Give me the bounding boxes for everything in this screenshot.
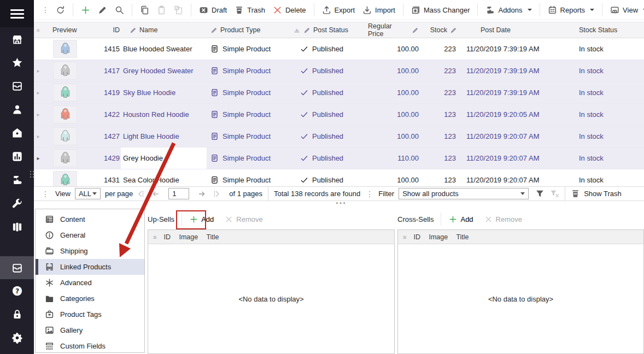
draft-button[interactable]: Draft (199, 5, 227, 15)
drag-grip-icon[interactable]: ⋮ (366, 190, 373, 198)
post-status-cell: Published (291, 82, 368, 103)
copy-icon (140, 5, 149, 15)
mass-changer-button[interactable]: Mass Changer (411, 5, 470, 15)
search-button[interactable] (115, 5, 124, 15)
row-expand-arrow[interactable]: ▸ (34, 126, 42, 147)
column-header-price[interactable]: Regular Price (368, 22, 425, 38)
row-expand-arrow[interactable]: ▸ (34, 60, 42, 81)
pane-column-header-id[interactable]: ID (413, 233, 429, 241)
view-label: View (55, 190, 71, 198)
pencil-icon (98, 5, 107, 15)
sidebar-item-products[interactable] (0, 74, 34, 98)
sidebar-item-security[interactable] (0, 303, 34, 326)
stock-cell: 223 (425, 82, 464, 103)
sidebar-item-favorites[interactable] (0, 51, 34, 74)
sidebar-item-catalog[interactable] (0, 215, 34, 239)
next-page-button[interactable] (197, 190, 207, 198)
tab-content[interactable]: Content (36, 211, 144, 227)
tab-gallery[interactable]: Gallery (36, 322, 144, 338)
column-header-status[interactable]: Post Status (291, 22, 368, 38)
column-header-label: Post Status (313, 26, 348, 34)
sidebar-item-tools[interactable] (0, 192, 34, 215)
first-page-button[interactable] (136, 190, 145, 198)
row-expand-arrow[interactable]: ▸ (34, 148, 42, 169)
last-page-button[interactable] (212, 190, 222, 198)
stock-cell: 223 (425, 38, 464, 60)
refresh-button[interactable] (56, 5, 65, 15)
gear-icon (11, 332, 23, 344)
tab-advanced[interactable]: Advanced (36, 275, 144, 291)
show-trash-icon[interactable] (571, 189, 580, 198)
product-row-1417[interactable]: ▸1417Grey Hooded SweaterSimple ProductPu… (34, 60, 644, 82)
sidebar-item-store[interactable] (0, 27, 34, 51)
edit-button[interactable] (98, 5, 107, 15)
tab-shipping[interactable]: Shipping (36, 243, 144, 259)
page-number-input[interactable]: 1 (168, 188, 189, 199)
sidebar-item-linked-section[interactable] (0, 256, 34, 279)
preview-cell (42, 148, 89, 169)
tab-label: Custom Fields (60, 342, 106, 350)
tab-custom-fields[interactable]: Custom Fields (36, 338, 144, 354)
post-status-label: Published (312, 67, 343, 75)
reports-button[interactable]: Reports (548, 5, 595, 15)
copy-button[interactable] (140, 5, 149, 15)
column-header-stock[interactable]: Stock (425, 22, 464, 38)
pane-splitter-handle[interactable]: ··· (336, 198, 347, 209)
product-row-1415[interactable]: 1415Blue Hooded SweaterSimple ProductPub… (34, 38, 644, 60)
column-header-type[interactable]: Product Type (207, 22, 291, 38)
view-button[interactable]: View (610, 5, 644, 15)
product-row-1419[interactable]: ▸1419Sky Blue HoodieSimple ProductPublis… (34, 82, 644, 104)
row-expand-arrow[interactable]: ▸ (34, 82, 42, 103)
sidebar-menu-button[interactable] (0, 0, 34, 27)
filter-select[interactable]: Show all products (399, 188, 529, 199)
sidebar-splitter-handle[interactable] (29, 170, 35, 180)
row-expand-arrow[interactable]: ▸ (34, 104, 42, 125)
sidebar-item-settings[interactable] (0, 326, 34, 350)
pane-column-header-id[interactable]: ID (163, 233, 179, 241)
product-row-1427[interactable]: ▸1427Light Blue HoodieSimple ProductPubl… (34, 126, 644, 148)
addons-button[interactable]: Addons (485, 5, 531, 15)
upsells-remove-button[interactable]: Remove (225, 215, 262, 223)
trash-button[interactable]: Trash (235, 5, 265, 15)
column-header-date[interactable]: Post Date (464, 22, 570, 38)
cross-sells-remove-button[interactable]: Remove (484, 215, 522, 223)
sidebar-item-orders[interactable] (0, 121, 34, 145)
upsells-add-button[interactable]: Add (190, 215, 214, 223)
trash-icon (235, 5, 244, 15)
tab-categories[interactable]: Categories (36, 291, 144, 306)
post-date-cell: 11/20/2019 9:20:05 AM (464, 104, 570, 125)
import-button[interactable]: Import (362, 5, 395, 15)
clear-filter-icon[interactable] (550, 189, 559, 198)
pane-column-header-title[interactable]: Title (456, 233, 469, 241)
delete-button[interactable]: Delete (273, 5, 306, 15)
pane-column-header-image[interactable]: Image (179, 233, 206, 241)
column-header-name[interactable]: Name (121, 22, 207, 38)
name-cell-editing[interactable]: Grey Hoodie (121, 148, 207, 169)
delete-x-icon (273, 5, 282, 15)
tab-general[interactable]: General (36, 227, 144, 243)
cross-sells-add-button[interactable]: Add (449, 215, 473, 223)
page-size-select[interactable]: ALL (75, 188, 101, 199)
export-button[interactable]: Export (322, 5, 355, 15)
sidebar-item-statistics[interactable] (0, 145, 34, 168)
product-row-1422[interactable]: ▸1422Houston Red HoodieSimple ProductPub… (34, 104, 644, 126)
sidebar-item-customers[interactable] (0, 98, 34, 121)
column-header-stock_status[interactable]: Stock Status (570, 22, 644, 38)
column-header-preview[interactable]: Preview (42, 22, 89, 38)
product-type-label: Simple Product (223, 132, 271, 140)
doc-icon (210, 88, 219, 97)
previous-page-button[interactable] (151, 190, 161, 198)
cross-sells-grid: ≡IDImageTitle <No data to display> (397, 229, 644, 354)
drag-grip-icon[interactable]: ⋮ (42, 190, 49, 198)
show-trash-label[interactable]: Show Trash (584, 190, 622, 198)
add-button[interactable] (81, 5, 90, 15)
tab-product-tags[interactable]: Product Tags (36, 306, 144, 322)
product-row-1429[interactable]: ▸1429Grey HoodieSimple ProductPublished1… (34, 148, 644, 169)
pane-column-header-image[interactable]: Image (429, 233, 456, 241)
drag-grip-icon[interactable]: ⋮ (42, 5, 49, 14)
pane-column-header-title[interactable]: Title (206, 233, 219, 241)
column-header-id[interactable]: ID (89, 22, 121, 38)
apply-filter-icon[interactable] (535, 189, 545, 198)
sidebar-item-help[interactable]: ? (0, 279, 34, 303)
tab-linked-products[interactable]: Linked Products (36, 259, 144, 275)
